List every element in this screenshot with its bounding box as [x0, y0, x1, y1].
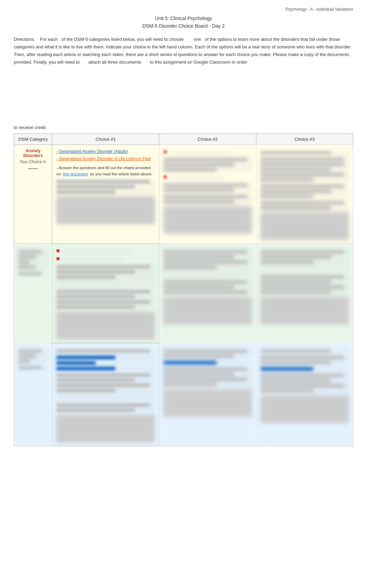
blurred-row2-c3: [261, 250, 349, 272]
blurred-row3-c3-2: [261, 356, 349, 364]
col-header-dsm: DSM Category: [14, 134, 52, 145]
blurred-row2-c2: [163, 250, 252, 277]
blurred-row2-img: [56, 312, 155, 339]
blurred-row2-c2-2: [163, 280, 252, 294]
dsm-cat-row3: [14, 343, 52, 446]
blurred-row3-c1-2: [56, 373, 155, 401]
choice1-row3: [52, 343, 159, 446]
blurred-img-2: [163, 195, 252, 234]
category-anxiety-title: AnxietyDisorders: [18, 148, 48, 158]
blurred-row3-c1-3: [56, 403, 155, 412]
link-gad-life-fear[interactable]: - Generalized Anxiety Disorder: A Life L…: [56, 156, 155, 162]
blurred-cat-row3: [18, 349, 48, 363]
blurred-row3-img3: [261, 395, 349, 423]
dsm-cat-anxiety: AnxietyDisorders Your Choice #: ——: [14, 145, 52, 244]
blurred-img-1: [56, 180, 155, 224]
main-table: DSM Category Choice #1 Choice #2 Choice …: [14, 134, 353, 446]
blurred-cat-row2: [18, 250, 48, 269]
this-document-link[interactable]: this document: [63, 172, 88, 176]
link-gad-adults[interactable]: - Generalized Anxiety Disorder (Adults): [56, 148, 155, 155]
blurred-choice2-2: [163, 183, 252, 192]
blurred-row3-title2: [56, 361, 155, 365]
choice3-row2: [256, 244, 353, 343]
blurred-row3-c2-1: [163, 349, 252, 358]
choice1-row2: [52, 244, 159, 343]
blurred-row3-img: [56, 415, 155, 442]
blurred-cat-row2-2: [18, 272, 48, 275]
top-right-label: Psychology - A - Individual Variations: [14, 7, 353, 12]
blurred-row3-c3-4: [261, 374, 349, 393]
blurred-choice3-3: [261, 184, 349, 198]
choice2-anxiety: [159, 145, 256, 244]
blurred-row2-c3-2: [261, 275, 349, 294]
credit-line: to receive credit.: [14, 125, 353, 130]
blurred-img-3: [261, 201, 349, 240]
dsm-cat-row2: [14, 244, 52, 343]
page-title: Unit 5: Clinical Psychology DSM-5 Disord…: [14, 15, 353, 30]
blurred-row3-title3: [56, 367, 155, 370]
choice1-anxiety: - Generalized Anxiety Disorder (Adults) …: [52, 145, 159, 244]
blurred-row2-img2: [163, 297, 252, 324]
table-row: [14, 244, 353, 343]
choice3-anxiety: [256, 145, 353, 244]
choice2-row3: [159, 343, 256, 446]
blurred-row2-c1-2: [56, 290, 155, 309]
table-row: [14, 343, 353, 446]
blurred-choice3-2: [261, 157, 349, 182]
col-header-choice1: Choice #1: [52, 134, 159, 145]
blurred-row2-img3: [261, 297, 349, 324]
blurred-row3-c1: [56, 349, 155, 353]
blurred-row3-img2: [163, 389, 252, 417]
blurred-row3-c2-2: [163, 361, 252, 365]
col-header-choice3: Choice #3: [256, 134, 353, 145]
page-spacer: [14, 70, 353, 125]
blurred-row3-c3-3: [261, 367, 349, 371]
choice3-row3: [256, 343, 353, 446]
table-row: AnxietyDisorders Your Choice #: —— - Gen…: [14, 145, 353, 244]
your-choice-label: Your Choice #:: [18, 159, 48, 164]
blurred-row3-c3-1: [261, 349, 349, 353]
blurred-choice3-1: [261, 151, 349, 155]
blurred-cat-row3-2: [18, 366, 48, 369]
note-text-1: - Answer the questions and fill out the …: [56, 165, 155, 177]
directions-block: Directions: For each of the DSM-5 catego…: [14, 36, 353, 66]
blurred-row2-c1: [56, 265, 155, 287]
blurred-choice2-1: [163, 158, 252, 172]
directions-text: Directions: For each of the DSM-5 catego…: [14, 37, 351, 65]
choice-dash: ——: [18, 166, 48, 171]
col-header-choice2: Choice #2: [159, 134, 256, 145]
choice2-row2: [159, 244, 256, 343]
blurred-row3-title1: [56, 356, 155, 359]
blurred-row3-c2-3: [163, 367, 252, 386]
